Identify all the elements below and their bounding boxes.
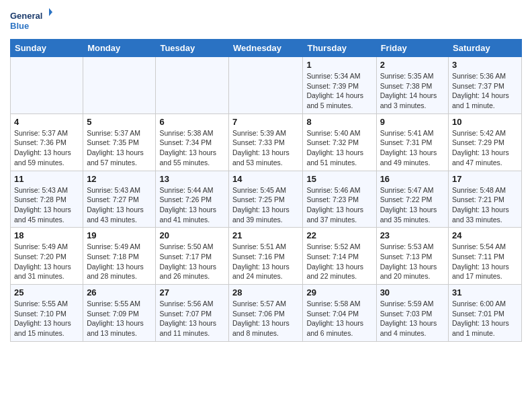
weekday-header-row: SundayMondayTuesdayWednesdayThursdayFrid…	[11, 40, 522, 57]
day-number: 22	[306, 230, 372, 240]
day-number: 24	[452, 230, 518, 240]
week-row-3: 11Sunrise: 5:43 AMSunset: 7:28 PMDayligh…	[11, 171, 522, 228]
day-content: Sunrise: 5:57 AMSunset: 7:06 PMDaylight:…	[232, 299, 299, 338]
svg-text:Blue: Blue	[10, 21, 29, 31]
day-number: 3	[452, 60, 518, 70]
svg-marker-3	[52, 8, 56, 12]
day-number: 8	[306, 117, 372, 127]
day-number: 28	[232, 287, 299, 298]
day-content: Sunrise: 5:36 AMSunset: 7:37 PMDaylight:…	[452, 71, 518, 111]
day-cell: 8Sunrise: 5:40 AMSunset: 7:32 PMDaylight…	[303, 113, 376, 171]
day-content: Sunrise: 5:43 AMSunset: 7:28 PMDaylight:…	[14, 185, 79, 225]
day-number: 25	[14, 287, 79, 298]
day-content: Sunrise: 5:47 AMSunset: 7:22 PMDaylight:…	[380, 185, 445, 225]
svg-text:General: General	[10, 11, 42, 21]
day-cell: 6Sunrise: 5:38 AMSunset: 7:34 PMDaylight…	[156, 113, 229, 171]
week-row-2: 4Sunrise: 5:37 AMSunset: 7:36 PMDaylight…	[11, 113, 522, 171]
day-cell: 30Sunrise: 5:59 AMSunset: 7:03 PMDayligh…	[376, 285, 448, 342]
day-cell: 29Sunrise: 5:58 AMSunset: 7:04 PMDayligh…	[303, 285, 376, 342]
day-cell: 5Sunrise: 5:37 AMSunset: 7:35 PMDaylight…	[83, 113, 156, 171]
day-content: Sunrise: 5:38 AMSunset: 7:34 PMDaylight:…	[159, 128, 225, 168]
weekday-header-friday: Friday	[376, 40, 448, 57]
day-cell: 26Sunrise: 5:55 AMSunset: 7:09 PMDayligh…	[83, 285, 156, 342]
day-cell: 22Sunrise: 5:52 AMSunset: 7:14 PMDayligh…	[303, 228, 376, 285]
weekday-header-thursday: Thursday	[303, 40, 376, 57]
day-cell: 9Sunrise: 5:41 AMSunset: 7:31 PMDaylight…	[376, 113, 448, 171]
day-number: 15	[306, 174, 372, 184]
day-content: Sunrise: 5:55 AMSunset: 7:10 PMDaylight:…	[14, 299, 79, 338]
day-cell: 25Sunrise: 5:55 AMSunset: 7:10 PMDayligh…	[11, 285, 83, 342]
week-row-5: 25Sunrise: 5:55 AMSunset: 7:10 PMDayligh…	[11, 285, 522, 342]
day-number: 29	[306, 287, 372, 298]
day-cell: 23Sunrise: 5:53 AMSunset: 7:13 PMDayligh…	[376, 228, 448, 285]
day-number: 12	[87, 174, 152, 184]
day-content: Sunrise: 5:49 AMSunset: 7:18 PMDaylight:…	[87, 242, 152, 281]
weekday-header-saturday: Saturday	[449, 40, 522, 57]
day-content: Sunrise: 5:37 AMSunset: 7:35 PMDaylight:…	[87, 128, 152, 168]
day-number: 6	[159, 117, 225, 127]
day-number: 20	[159, 230, 225, 240]
day-cell: 3Sunrise: 5:36 AMSunset: 7:37 PMDaylight…	[449, 57, 522, 114]
day-content: Sunrise: 5:51 AMSunset: 7:16 PMDaylight:…	[232, 242, 299, 281]
day-cell: 4Sunrise: 5:37 AMSunset: 7:36 PMDaylight…	[11, 113, 83, 171]
day-content: Sunrise: 5:53 AMSunset: 7:13 PMDaylight:…	[380, 242, 445, 281]
weekday-header-sunday: Sunday	[11, 40, 83, 57]
day-cell: 11Sunrise: 5:43 AMSunset: 7:28 PMDayligh…	[11, 171, 83, 228]
day-cell: 15Sunrise: 5:46 AMSunset: 7:23 PMDayligh…	[303, 171, 376, 228]
day-number: 31	[452, 287, 518, 298]
logo: General Blue	[10, 7, 57, 34]
day-number: 27	[159, 287, 225, 298]
day-content: Sunrise: 5:37 AMSunset: 7:36 PMDaylight:…	[14, 128, 79, 168]
day-content: Sunrise: 5:35 AMSunset: 7:38 PMDaylight:…	[380, 71, 445, 111]
day-cell: 14Sunrise: 5:45 AMSunset: 7:25 PMDayligh…	[229, 171, 303, 228]
weekday-header-wednesday: Wednesday	[229, 40, 303, 57]
day-cell: 31Sunrise: 6:00 AMSunset: 7:01 PMDayligh…	[449, 285, 522, 342]
day-number: 23	[380, 230, 445, 240]
svg-marker-2	[49, 8, 56, 16]
day-content: Sunrise: 5:54 AMSunset: 7:11 PMDaylight:…	[452, 242, 518, 281]
day-content: Sunrise: 5:46 AMSunset: 7:23 PMDaylight:…	[306, 185, 372, 225]
day-number: 17	[452, 174, 518, 184]
day-number: 16	[380, 174, 445, 184]
day-number: 9	[380, 117, 445, 127]
day-cell: 12Sunrise: 5:43 AMSunset: 7:27 PMDayligh…	[83, 171, 156, 228]
day-cell: 7Sunrise: 5:39 AMSunset: 7:33 PMDaylight…	[229, 113, 303, 171]
day-number: 13	[159, 174, 225, 184]
day-cell: 27Sunrise: 5:56 AMSunset: 7:07 PMDayligh…	[156, 285, 229, 342]
day-cell	[11, 57, 83, 114]
day-number: 26	[87, 287, 152, 298]
day-content: Sunrise: 5:56 AMSunset: 7:07 PMDaylight:…	[159, 299, 225, 338]
day-cell	[229, 57, 303, 114]
day-cell: 24Sunrise: 5:54 AMSunset: 7:11 PMDayligh…	[449, 228, 522, 285]
day-content: Sunrise: 6:00 AMSunset: 7:01 PMDaylight:…	[452, 299, 518, 338]
day-number: 11	[14, 174, 79, 184]
day-number: 18	[14, 230, 79, 240]
day-cell	[156, 57, 229, 114]
calendar: SundayMondayTuesdayWednesdayThursdayFrid…	[10, 39, 522, 342]
day-cell: 18Sunrise: 5:49 AMSunset: 7:20 PMDayligh…	[11, 228, 83, 285]
day-cell: 28Sunrise: 5:57 AMSunset: 7:06 PMDayligh…	[229, 285, 303, 342]
day-content: Sunrise: 5:45 AMSunset: 7:25 PMDaylight:…	[232, 185, 299, 225]
day-content: Sunrise: 5:48 AMSunset: 7:21 PMDaylight:…	[452, 185, 518, 225]
weekday-header-monday: Monday	[83, 40, 156, 57]
day-cell: 2Sunrise: 5:35 AMSunset: 7:38 PMDaylight…	[376, 57, 448, 114]
day-number: 10	[452, 117, 518, 127]
day-cell: 16Sunrise: 5:47 AMSunset: 7:22 PMDayligh…	[376, 171, 448, 228]
day-cell: 13Sunrise: 5:44 AMSunset: 7:26 PMDayligh…	[156, 171, 229, 228]
day-content: Sunrise: 5:44 AMSunset: 7:26 PMDaylight:…	[159, 185, 225, 225]
weekday-header-tuesday: Tuesday	[156, 40, 229, 57]
day-content: Sunrise: 5:40 AMSunset: 7:32 PMDaylight:…	[306, 128, 372, 168]
day-cell: 21Sunrise: 5:51 AMSunset: 7:16 PMDayligh…	[229, 228, 303, 285]
day-cell	[83, 57, 156, 114]
day-cell: 19Sunrise: 5:49 AMSunset: 7:18 PMDayligh…	[83, 228, 156, 285]
day-content: Sunrise: 5:43 AMSunset: 7:27 PMDaylight:…	[87, 185, 152, 225]
header: General Blue	[10, 7, 522, 34]
day-number: 2	[380, 60, 445, 70]
day-cell: 1Sunrise: 5:34 AMSunset: 7:39 PMDaylight…	[303, 57, 376, 114]
day-number: 19	[87, 230, 152, 240]
day-content: Sunrise: 5:50 AMSunset: 7:17 PMDaylight:…	[159, 242, 225, 281]
day-content: Sunrise: 5:39 AMSunset: 7:33 PMDaylight:…	[232, 128, 299, 168]
day-content: Sunrise: 5:58 AMSunset: 7:04 PMDaylight:…	[306, 299, 372, 338]
day-number: 5	[87, 117, 152, 127]
day-content: Sunrise: 5:42 AMSunset: 7:29 PMDaylight:…	[452, 128, 518, 168]
